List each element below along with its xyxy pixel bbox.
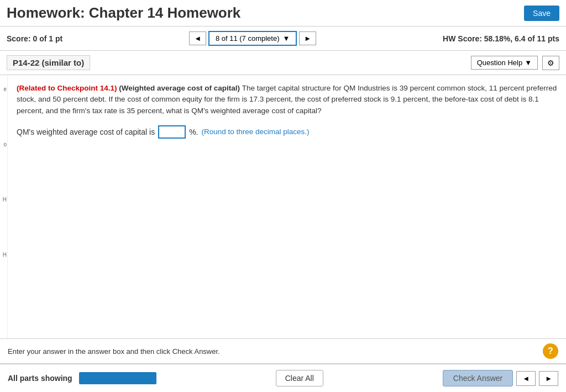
bold-label: (Weighted average cost of capital) bbox=[119, 84, 240, 92]
score-display: Score: 0 of 1 pt bbox=[7, 34, 62, 43]
sidebar-marker-3: H bbox=[0, 197, 7, 203]
nav-prev-button[interactable]: ◄ bbox=[189, 31, 206, 45]
clear-all-button[interactable]: Clear All bbox=[276, 370, 323, 386]
answer-row: QM's weighted average cost of capital is… bbox=[17, 125, 557, 139]
answer-input[interactable] bbox=[158, 125, 186, 139]
score-label: Score: bbox=[7, 34, 31, 43]
check-answer-button[interactable]: Check Answer bbox=[443, 370, 513, 386]
question-help-label: Question Help bbox=[477, 59, 522, 67]
instruction-bar: Enter your answer in the answer box and … bbox=[0, 338, 566, 363]
hw-score-display: HW Score: 58.18%, 6.4 of 11 pts bbox=[443, 34, 559, 43]
footer-bar: All parts showing Clear All Check Answer… bbox=[0, 363, 566, 392]
gear-icon: ⚙ bbox=[547, 59, 554, 67]
help-circle-button[interactable]: ? bbox=[543, 343, 558, 359]
progress-dropdown[interactable]: 8 of 11 (7 complete) ▼ bbox=[208, 31, 297, 46]
round-note: (Round to three decimal places.) bbox=[201, 128, 309, 136]
answer-prefix: QM's weighted average cost of capital is bbox=[17, 128, 155, 136]
footer-next-button[interactable]: ► bbox=[539, 371, 558, 386]
nav-next-button[interactable]: ► bbox=[299, 31, 316, 45]
question-text: (Related to Checkpoint 14.1) (Weighted a… bbox=[17, 83, 557, 116]
sidebar-marker-2: o bbox=[0, 141, 7, 147]
answer-suffix: %. bbox=[189, 128, 198, 136]
checkpoint-label: (Related to Checkpoint 14.1) bbox=[17, 84, 117, 92]
left-sidebar: e o H H bbox=[0, 75, 8, 370]
help-arrow-icon: ▼ bbox=[525, 59, 532, 67]
question-help-button[interactable]: Question Help ▼ bbox=[471, 56, 538, 70]
score-value: 0 of 1 pt bbox=[33, 34, 62, 43]
progress-text: 8 of 11 (7 complete) bbox=[216, 34, 280, 43]
all-parts-label: All parts showing bbox=[8, 374, 72, 383]
page-title: Homework: Chapter 14 Homework bbox=[7, 4, 240, 22]
hw-score-value: 58.18%, 6.4 of 11 pts bbox=[484, 34, 559, 43]
sidebar-marker-4: H bbox=[0, 252, 7, 258]
dropdown-arrow-icon: ▼ bbox=[283, 34, 290, 43]
hw-score-label: HW Score: bbox=[443, 34, 482, 43]
question-id: P14-22 (similar to) bbox=[7, 55, 90, 70]
sidebar-marker-1: e bbox=[0, 86, 7, 92]
progress-bar bbox=[79, 372, 156, 384]
instruction-text: Enter your answer in the answer box and … bbox=[8, 347, 543, 356]
footer-prev-button[interactable]: ◄ bbox=[516, 371, 536, 386]
save-button[interactable]: Save bbox=[524, 6, 559, 21]
settings-button[interactable]: ⚙ bbox=[542, 56, 559, 70]
